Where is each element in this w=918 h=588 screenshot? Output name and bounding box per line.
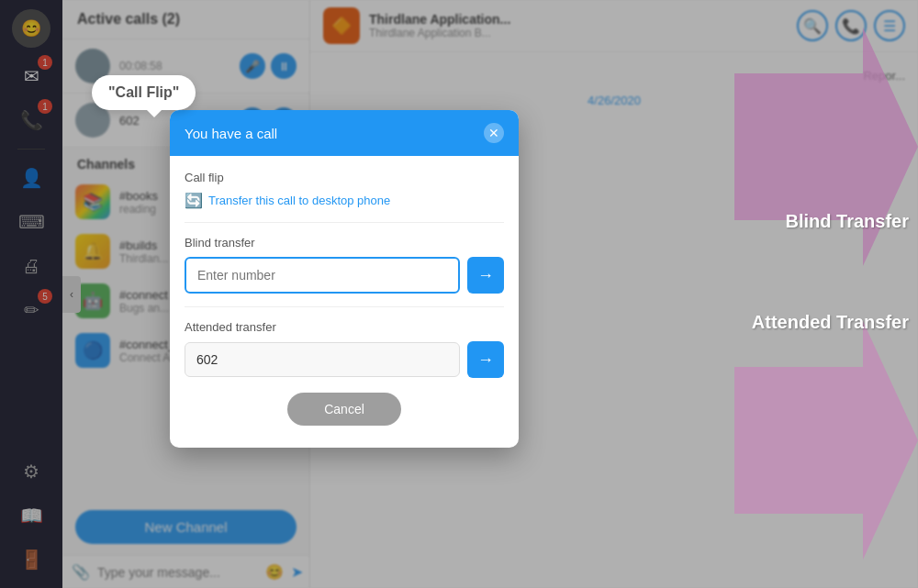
modal-close-button[interactable]: ✕ bbox=[484, 123, 504, 143]
attended-transfer-arrow bbox=[734, 294, 918, 588]
modal-body: Call flip 🔄 Transfer this call to deskto… bbox=[170, 156, 519, 448]
call-flip-link-text: Transfer this call to desktop phone bbox=[208, 194, 390, 207]
attended-transfer-row: → bbox=[185, 341, 504, 378]
right-panel: Blind Transfer Attended Transfer bbox=[734, 0, 918, 588]
attended-transfer-input[interactable] bbox=[185, 342, 460, 377]
modal-header: You have a call ✕ bbox=[170, 110, 519, 156]
blind-transfer-section-label: Blind transfer bbox=[185, 236, 504, 250]
blind-transfer-arrow bbox=[734, 0, 918, 294]
blind-transfer-label: Blind Transfer bbox=[786, 211, 909, 232]
call-flip-section-label: Call flip bbox=[185, 171, 504, 184]
attended-transfer-submit[interactable]: → bbox=[467, 341, 504, 378]
attended-transfer-label: Attended Transfer bbox=[752, 312, 909, 333]
cancel-button[interactable]: Cancel bbox=[287, 393, 401, 426]
svg-marker-1 bbox=[734, 321, 918, 560]
blind-transfer-input[interactable] bbox=[185, 257, 460, 294]
blind-transfer-submit[interactable]: → bbox=[467, 257, 504, 294]
modal-divider-1 bbox=[185, 222, 504, 223]
call-flip-link[interactable]: 🔄 Transfer this call to desktop phone bbox=[185, 192, 504, 209]
app-container: 😊 ✉ 1 📞 1 👤 ⌨ 🖨 ✏ 5 ⚙ 📖 bbox=[0, 0, 918, 588]
blind-transfer-row: → bbox=[185, 257, 504, 294]
call-flip-icon: 🔄 bbox=[185, 192, 203, 209]
modal-title: You have a call bbox=[185, 126, 277, 141]
call-flip-tooltip: "Call Flip" bbox=[92, 75, 196, 110]
attended-transfer-section-label: Attended transfer bbox=[185, 320, 504, 334]
transfer-modal: You have a call ✕ Call flip 🔄 Transfer t… bbox=[170, 110, 519, 448]
modal-divider-2 bbox=[185, 306, 504, 307]
